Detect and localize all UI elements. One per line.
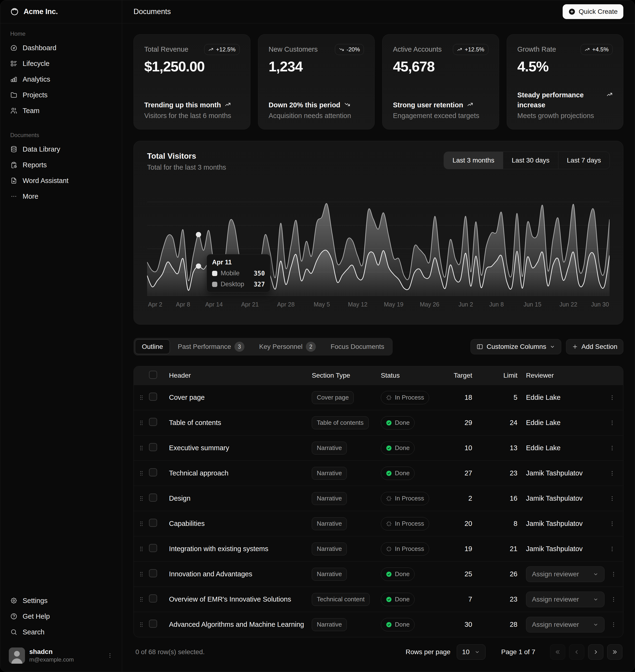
prev-page-button[interactable] [569,644,584,659]
visitors-area-chart[interactable]: Apr 2Apr 8Apr 14Apr 21Apr 28May 5May 12M… [147,178,610,312]
sidebar-item-search[interactable]: Search [6,624,116,640]
limit-value[interactable]: 13 [478,444,524,452]
rows-per-page-select[interactable]: 10 [457,644,485,659]
target-value[interactable]: 18 [447,394,478,401]
row-header[interactable]: Table of contents [169,419,312,427]
row-menu-button[interactable] [608,569,619,579]
range-last-3-months[interactable]: Last 3 months [444,152,503,169]
limit-value[interactable]: 8 [478,520,524,528]
row-menu-button[interactable] [608,620,619,630]
tab-key-personnel[interactable]: Key Personnel2 [252,339,323,354]
target-value[interactable]: 19 [447,545,478,553]
sidebar-item-get-help[interactable]: Get Help [6,608,116,624]
target-value[interactable]: 27 [447,469,478,477]
target-value[interactable]: 7 [447,596,478,603]
limit-value[interactable]: 23 [478,596,524,603]
target-value[interactable]: 20 [447,520,478,528]
org-switcher[interactable]: Acme Inc. [0,0,122,23]
row-header[interactable]: Cover page [169,394,312,401]
add-section-button[interactable]: Add Section [566,339,623,354]
first-page-button[interactable] [550,644,565,659]
sidebar-item-data-library[interactable]: Data Library [6,141,116,157]
row-checkbox[interactable] [149,544,157,552]
tab-past-performance[interactable]: Past Performance3 [171,339,251,354]
sidebar-item-projects[interactable]: Projects [6,87,116,103]
target-value[interactable]: 10 [447,444,478,452]
drag-handle[interactable] [134,546,149,552]
drag-handle[interactable] [134,394,149,401]
sidebar-item-settings[interactable]: Settings [6,593,116,608]
limit-value[interactable]: 5 [478,394,524,401]
drag-handle[interactable] [134,495,149,502]
drag-handle[interactable] [134,445,149,451]
next-page-button[interactable] [588,644,603,659]
row-menu-button[interactable] [607,468,617,478]
row-checkbox[interactable] [149,494,157,501]
row-checkbox[interactable] [149,620,157,628]
sidebar-item-lifecycle[interactable]: Lifecycle [6,56,116,71]
sidebar-item-analytics[interactable]: Analytics [6,71,116,87]
row-checkbox[interactable] [149,519,157,527]
assign-reviewer-select[interactable]: Assign reviewer [526,566,605,582]
drag-handle[interactable] [134,596,149,603]
section-type-badge: Technical content [312,593,370,606]
table-footer: 0 of 68 row(s) selected. Rows per page 1… [133,644,623,659]
row-header[interactable]: Executive summary [169,444,312,452]
tab-outline[interactable]: Outline [135,339,170,354]
row-checkbox[interactable] [149,443,157,451]
row-menu-button[interactable] [607,393,617,403]
row-menu-button[interactable] [607,443,617,453]
sidebar-item-reports[interactable]: Reports [6,157,116,173]
row-checkbox[interactable] [149,468,157,476]
row-menu-button[interactable] [607,418,617,428]
last-page-button[interactable] [607,644,622,659]
select-all-checkbox[interactable] [149,371,157,379]
row-header[interactable]: Advanced Algorithms and Machine Learning [169,621,312,628]
customize-columns-button[interactable]: Customize Columns [470,339,561,354]
limit-value[interactable]: 23 [478,469,524,477]
range-last-7-days[interactable]: Last 7 days [558,152,610,169]
settings-icon [10,597,17,604]
row-header[interactable]: Capabilities [169,520,312,528]
tab-focus-documents[interactable]: Focus Documents [324,339,391,354]
drag-handle[interactable] [134,470,149,477]
row-checkbox[interactable] [149,418,157,426]
target-value[interactable]: 2 [447,494,478,502]
target-value[interactable]: 29 [447,419,478,427]
drag-handle[interactable] [134,420,149,426]
range-last-30-days[interactable]: Last 30 days [503,152,558,169]
user-menu[interactable]: shadcn m@example.com [6,645,116,667]
target-value[interactable]: 25 [447,570,478,578]
row-menu-button[interactable] [608,594,619,605]
dots-v-icon [610,621,617,628]
assign-reviewer-select[interactable]: Assign reviewer [526,591,605,607]
row-menu-button[interactable] [607,544,617,554]
chart-bar-icon [10,76,17,83]
row-header[interactable]: Overview of EMR's Innovative Solutions [169,596,312,603]
sidebar-item-team[interactable]: Team [6,103,116,118]
row-checkbox[interactable] [149,393,157,401]
limit-value[interactable]: 28 [478,621,524,628]
row-header[interactable]: Technical approach [169,469,312,477]
row-header[interactable]: Design [169,494,312,502]
target-value[interactable]: 30 [447,621,478,628]
row-header[interactable]: Integration with existing systems [169,545,312,553]
sidebar-item-word-assistant[interactable]: Word Assistant [6,173,116,188]
assign-reviewer-select[interactable]: Assign reviewer [526,617,605,632]
row-menu-button[interactable] [607,518,617,529]
drag-handle[interactable] [134,520,149,527]
drag-handle[interactable] [134,621,149,628]
sidebar-item-more[interactable]: More [6,188,116,204]
trend-up-icon [607,91,613,97]
limit-value[interactable]: 16 [478,494,524,502]
drag-handle[interactable] [134,571,149,578]
limit-value[interactable]: 26 [478,570,524,578]
row-header[interactable]: Innovation and Advantages [169,570,312,578]
sidebar-item-dashboard[interactable]: Dashboard [6,40,116,56]
row-checkbox[interactable] [149,569,157,577]
row-menu-button[interactable] [607,493,617,504]
limit-value[interactable]: 24 [478,419,524,427]
limit-value[interactable]: 21 [478,545,524,553]
quick-create-button[interactable]: Quick Create [563,4,623,19]
row-checkbox[interactable] [149,595,157,603]
